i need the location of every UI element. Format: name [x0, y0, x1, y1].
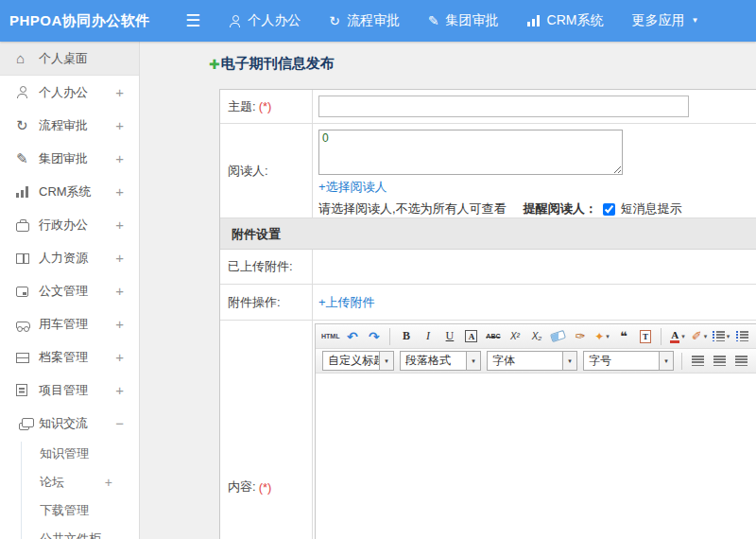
sidebar-item-workflow-approval[interactable]: ↻ 流程审批 + [0, 109, 139, 142]
expand-toggle[interactable]: + [115, 382, 124, 398]
label-text: 内容: [228, 478, 256, 496]
caret-down-icon: ▾ [704, 333, 708, 340]
expand-toggle[interactable]: + [115, 117, 124, 133]
format-eraser-button[interactable] [548, 326, 568, 346]
sidebar-item-label: 公文管理 [39, 283, 115, 300]
align-center-button[interactable] [710, 351, 730, 371]
attachment-operation-row: 附件操作: +上传附件 [220, 285, 756, 321]
nav-more-apps[interactable]: 更多应用 ▼ [632, 12, 699, 29]
sms-notify-checkbox[interactable] [603, 203, 615, 216]
ordered-list-button[interactable]: ▾ [711, 326, 730, 346]
align-left-icon [692, 356, 704, 366]
sidebar-item-archive-mgmt[interactable]: 档案管理 + [0, 340, 139, 374]
redo-icon: ↷ [369, 329, 380, 344]
readers-note: 请选择阅读人,不选为所有人可查看 [318, 200, 507, 217]
choose-readers-link[interactable]: +选择阅读人 [318, 180, 387, 194]
strikethrough-button[interactable]: ABC [483, 326, 503, 346]
italic-icon: I [426, 329, 430, 343]
sidebar-subitem-knowledge-mgmt[interactable]: 知识管理 [0, 440, 139, 468]
required-mark: (*) [259, 99, 272, 113]
auto-typeset-button[interactable]: ✦▾ [592, 326, 611, 346]
unordered-list-button[interactable] [732, 326, 752, 346]
sidebar-item-project-mgmt[interactable]: 项目管理 + [0, 374, 139, 407]
superscript-icon: X² [510, 331, 520, 341]
font-family-select[interactable]: 字体 ▾ [487, 351, 577, 371]
expand-toggle[interactable]: + [115, 316, 124, 332]
remind-readers-label: 提醒阅读人： [524, 200, 597, 217]
expand-toggle[interactable]: + [115, 217, 124, 233]
sidebar-item-personal-office[interactable]: 个人办公 + [0, 76, 139, 109]
hamburger-menu-icon[interactable]: ☰ [185, 12, 200, 29]
label-text: 阅读人: [228, 163, 268, 180]
readers-textarea[interactable]: 0 [318, 130, 623, 175]
subscript-button[interactable]: X₂ [526, 326, 546, 346]
edit-icon: ✎ [16, 150, 39, 167]
required-mark: (*) [259, 480, 272, 495]
font-border-button[interactable]: A [461, 326, 481, 346]
expand-toggle[interactable]: + [115, 150, 124, 166]
bold-button[interactable]: B [396, 326, 416, 346]
align-left-button[interactable] [688, 351, 708, 371]
paragraph-format-select[interactable]: 段落格式 ▾ [400, 351, 481, 371]
nav-workflow-approval[interactable]: ↻ 流程审批 [329, 12, 400, 29]
sidebar-item-document-mgmt[interactable]: 公文管理 + [0, 274, 139, 307]
sms-notify-label: 短消息提示 [621, 200, 682, 217]
sidebar-subitem-download-mgmt[interactable]: 下载管理 [0, 496, 139, 525]
select-label: 自定义标题 [323, 353, 379, 369]
sidebar-item-vehicle-mgmt[interactable]: 用车管理 + [0, 307, 139, 340]
caret-down-icon: ▾ [379, 352, 393, 370]
format-painter-button[interactable]: ✑ [570, 326, 590, 346]
nav-group-approval[interactable]: ✎ 集团审批 [428, 12, 499, 29]
editor-toolbar-row2: 自定义标题 ▾ 段落格式 ▾ 字体 ▾ 字号 ▾ [316, 349, 756, 374]
select-label: 字体 [488, 353, 562, 369]
uploaded-attachments-label: 已上传附件: [220, 250, 313, 284]
html-source-button[interactable]: HTML [320, 326, 340, 346]
collapse-toggle[interactable]: − [115, 415, 124, 431]
nav-personal-office[interactable]: 个人办公 [229, 12, 301, 29]
align-right-button[interactable] [731, 351, 751, 371]
subject-input[interactable] [318, 96, 689, 117]
sidebar-item-group-approval[interactable]: ✎ 集团审批 + [0, 142, 139, 175]
sidebar-item-admin-office[interactable]: 行政办公 + [0, 208, 139, 241]
content-row: 内容: (*) HTML ↶ ↷ B I U A ABC [220, 321, 756, 539]
font-size-select[interactable]: 字号 ▾ [583, 351, 674, 371]
sidebar-item-label: 人力资源 [39, 250, 115, 267]
expand-toggle[interactable]: + [115, 84, 124, 100]
highlight-button[interactable]: ✐▾ [689, 326, 709, 346]
expand-toggle[interactable]: + [115, 349, 124, 365]
sidebar-subitem-label: 下载管理 [40, 502, 112, 519]
sidebar-subitem-label: 公共文件柜 [40, 530, 112, 539]
editor-content-area[interactable] [316, 374, 756, 539]
sidebar-item-crm[interactable]: CRM系统 + [0, 175, 139, 208]
blockquote-button[interactable]: ❝ [613, 326, 633, 346]
italic-button[interactable]: I [418, 326, 438, 346]
content-value-cell: HTML ↶ ↷ B I U A ABC X² X₂ ✑ ✦▾ [313, 321, 756, 539]
expand-toggle[interactable]: + [115, 250, 124, 266]
bullet-list-icon [736, 331, 748, 341]
undo-icon: ↶ [347, 329, 358, 344]
font-color-button[interactable]: A▾ [667, 326, 687, 346]
sidebar-subitem-forum[interactable]: 论坛 + [0, 468, 139, 496]
sidebar-item-label: 个人办公 [39, 84, 115, 101]
sidebar-item-label: 档案管理 [39, 349, 115, 366]
undo-button[interactable]: ↶ [342, 326, 362, 346]
expand-toggle[interactable]: + [115, 283, 124, 299]
font-color-icon: A [670, 330, 679, 343]
paste-plain-text-button[interactable]: T [635, 326, 655, 346]
attachment-operation-value: +上传附件 [313, 285, 756, 320]
sidebar-item-knowledge-exchange[interactable]: 知识交流 − [0, 407, 139, 440]
custom-title-select[interactable]: 自定义标题 ▾ [322, 351, 394, 371]
caret-down-icon: ▾ [727, 333, 730, 340]
underline-button[interactable]: U [439, 326, 459, 346]
sidebar-item-desktop[interactable]: ⌂ 个人桌面 [0, 42, 139, 76]
nav-crm-system[interactable]: CRM系统 [527, 12, 604, 29]
caret-down-icon: ▾ [562, 352, 576, 370]
superscript-button[interactable]: X² [505, 326, 524, 346]
sidebar: ⌂ 个人桌面 个人办公 + ↻ 流程审批 + ✎ 集团审批 + CRM系统 + … [0, 42, 140, 539]
sidebar-item-hr[interactable]: 人力资源 + [0, 241, 139, 274]
sidebar-subitem-public-cabinet[interactable]: 公共文件柜 [0, 525, 139, 539]
redo-button[interactable]: ↷ [364, 326, 384, 346]
upload-attachment-link[interactable]: +上传附件 [318, 294, 756, 311]
expand-toggle[interactable]: + [115, 183, 124, 200]
expand-toggle[interactable]: + [105, 475, 112, 490]
